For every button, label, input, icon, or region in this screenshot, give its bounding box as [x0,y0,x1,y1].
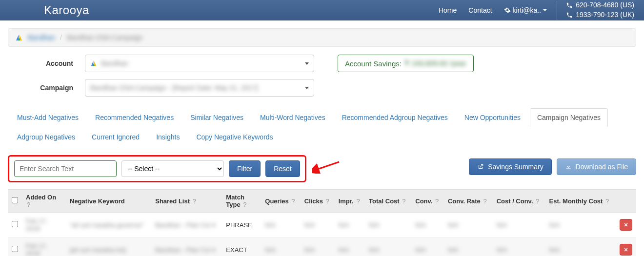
cell-match-type: PHRASE [222,213,261,237]
filter-select[interactable]: -- Select -- [121,160,224,177]
breadcrumb-sep: / [60,34,62,41]
col-cost-conv[interactable]: Cost / Conv. ? [493,190,545,213]
tab-adgroup-neg[interactable]: Adgroup Negatives [10,128,82,146]
phone-uk: 1933-790-123 (UK) [576,10,634,20]
delete-button[interactable] [620,219,632,231]
help-icon[interactable]: ? [243,201,246,208]
tab-new-opps[interactable]: New Opportunities [457,108,528,127]
phone-block: 620-708-4680 (US) 1933-790-123 (UK) [557,0,634,20]
download-icon [565,163,572,170]
brand-logo[interactable]: Karooya [44,3,89,17]
delete-button[interactable] [620,244,632,256]
col-clicks[interactable]: Clicks ? [301,190,335,213]
col-added-on[interactable]: Added On ? [22,190,66,213]
col-cost[interactable]: Total Cost ? [365,190,411,213]
external-link-icon [477,163,484,170]
tab-recommended[interactable]: Recommended Negatives [88,108,181,127]
campaign-label: Campaign [8,84,76,92]
top-navbar: Karooya Home Contact kirti@ka.. 620-708-… [0,0,644,20]
caret-down-icon [305,87,309,89]
campaign-value: Bandhan DSA Campaign - [Report Date: May… [90,84,258,92]
svg-line-0 [316,162,339,170]
help-icon[interactable]: ? [356,197,360,205]
tab-multiword[interactable]: Multi-Word Negatives [253,108,333,127]
account-select[interactable]: Bandhan [85,55,314,72]
campaign-select[interactable]: Bandhan DSA Campaign - [Report Date: May… [85,79,314,97]
col-queries[interactable]: Queries ? [261,190,300,213]
breadcrumb: Bandhan / Bandhan DSA Campaign [8,28,636,47]
help-icon[interactable]: ? [435,197,439,205]
help-icon[interactable]: ? [483,197,486,205]
close-icon [623,247,629,253]
tab-current-ignored[interactable]: Current Ignored [84,128,147,146]
caret-down-icon [543,9,547,11]
help-icon[interactable]: ? [605,197,609,205]
savings-value: ₹ 193,609.82 /year [404,59,466,68]
tabs-row-1: Must-Add Negatives Recommended Negatives… [0,103,644,127]
row-checkbox[interactable] [12,246,18,252]
col-impr[interactable]: Impr. ? [335,190,365,213]
help-icon[interactable]: ? [326,197,329,205]
col-conv-rate[interactable]: Conv. Rate ? [444,190,493,213]
account-value: Bandhan [101,59,128,67]
phone-us: 620-708-4680 (US) [576,0,634,10]
tab-must-add[interactable]: Must-Add Negatives [10,108,86,127]
download-button[interactable]: Download as File [557,158,636,175]
breadcrumb-account[interactable]: Bandhan [28,34,55,41]
gear-icon [504,7,511,14]
savings-banner: Account Savings: ₹ 193,609.82 /year [338,55,474,72]
col-keyword[interactable]: Negative Keyword [66,190,151,213]
search-input[interactable] [14,160,117,177]
select-all-checkbox[interactable] [12,197,18,203]
adwords-icon [90,60,97,67]
tab-rec-adgroup[interactable]: Recommended Adgroup Negatives [335,108,455,127]
filter-highlight: -- Select -- Filter Reset [8,155,306,182]
col-shared-list[interactable]: Shared List ? [151,190,222,213]
filter-button[interactable]: Filter [229,160,261,177]
tab-similar[interactable]: Similar Negatives [183,108,251,127]
close-icon [623,222,629,228]
help-icon[interactable]: ? [402,197,405,205]
table-row: Feb 17, 2018 [all suit maratha list] Ban… [8,237,636,256]
help-icon[interactable]: ? [536,197,539,205]
tab-copy-neg[interactable]: Copy Negative Keywords [189,128,280,146]
account-label: Account [8,59,76,67]
phone-icon [566,12,573,19]
table-row: Feb 17, 2018 "all suit maratha governor"… [8,213,636,237]
cell-match-type: EXACT [222,237,261,256]
savings-label: Account Savings: [345,59,402,68]
user-email: kirti@ka.. [513,6,542,14]
results-table: Added On ? Negative Keyword Shared List … [8,189,636,256]
col-est-cost[interactable]: Est. Monthly Cost ? [545,190,616,213]
phone-icon [566,2,573,9]
tab-campaign-neg[interactable]: Campaign Negatives [530,108,608,127]
help-icon[interactable]: ? [27,201,30,208]
user-menu[interactable]: kirti@ka.. [504,6,547,14]
breadcrumb-campaign: Bandhan DSA Campaign [67,34,143,41]
adwords-icon [15,34,23,41]
caret-down-icon [305,62,309,65]
savings-summary-button[interactable]: Savings Summary [469,158,551,175]
col-match-type[interactable]: Match Type ? [222,190,261,213]
tabs-row-2: Adgroup Negatives Current Ignored Insigh… [0,127,644,151]
tab-insights[interactable]: Insights [149,128,187,146]
reset-button[interactable]: Reset [265,160,300,177]
nav-contact[interactable]: Contact [468,6,492,14]
nav-home[interactable]: Home [439,6,457,14]
help-icon[interactable]: ? [291,197,295,205]
help-icon[interactable]: ? [193,197,196,205]
row-checkbox[interactable] [12,221,18,227]
col-conv[interactable]: Conv. ? [411,190,444,213]
